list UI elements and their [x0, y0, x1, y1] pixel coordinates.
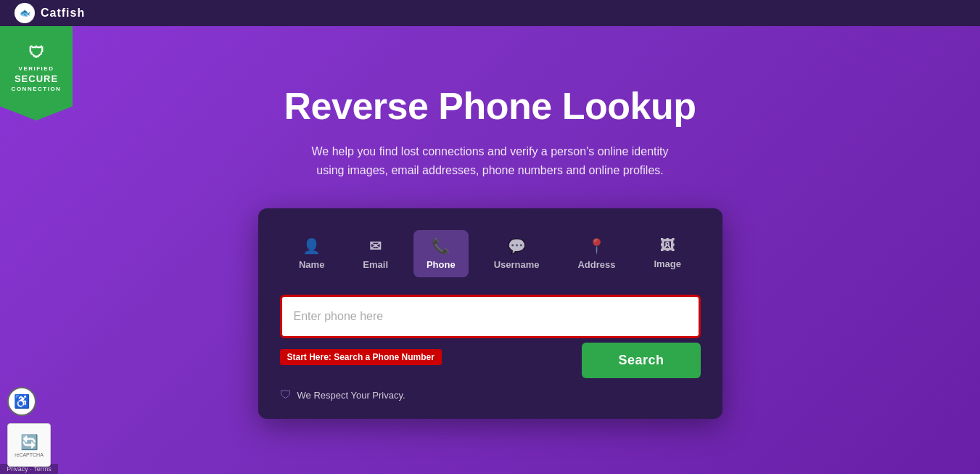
nav-logo: 🐟 Catfish	[15, 3, 85, 23]
hero-subtitle: We help you find lost connections and ve…	[302, 142, 679, 179]
page-title: Reverse Phone Lookup	[284, 84, 696, 128]
tab-image[interactable]: 🖼 Image	[641, 230, 694, 277]
search-card: 👤 Name ✉ Email 📞 Phone 💬 Username 📍 Addr…	[258, 208, 722, 419]
tab-address[interactable]: 📍 Address	[564, 230, 628, 277]
privacy-text: We Respect Your Privacy.	[297, 390, 405, 401]
phone-icon: 📞	[432, 237, 450, 255]
tab-email-label: Email	[363, 259, 388, 270]
tab-username-label: Username	[494, 259, 540, 270]
username-icon: 💬	[508, 237, 526, 255]
recaptcha-logo: 🔄	[20, 433, 38, 451]
input-wrapper	[280, 295, 701, 338]
tab-name[interactable]: 👤 Name	[286, 230, 337, 277]
email-icon: ✉	[369, 237, 382, 255]
error-label: Start Here: Search a Phone Number	[280, 349, 442, 365]
logo-text: Catfish	[41, 7, 85, 20]
tab-phone-label: Phone	[427, 259, 456, 270]
address-icon: 📍	[588, 237, 606, 255]
search-button[interactable]: Search	[582, 343, 700, 378]
hero-section: 🛡 VERIFIED SECURE CONNECTION Reverse Pho…	[0, 26, 980, 474]
phone-input[interactable]	[280, 295, 701, 338]
tab-image-label: Image	[654, 258, 681, 269]
privacy-shield-icon: 🛡	[280, 388, 292, 401]
tab-name-label: Name	[299, 259, 324, 270]
image-icon: 🖼	[660, 237, 675, 254]
privacy-row: 🛡 We Respect Your Privacy.	[280, 388, 701, 401]
secure-text: SECURE	[15, 73, 58, 84]
recaptcha-box: 🔄 reCAPTCHA	[7, 423, 51, 467]
tab-address-label: Address	[577, 259, 615, 270]
secure-badge: 🛡 VERIFIED SECURE CONNECTION	[0, 26, 73, 120]
recaptcha-text: reCAPTCHA	[15, 452, 44, 457]
tab-username[interactable]: 💬 Username	[481, 230, 553, 277]
top-navigation: 🐟 Catfish	[0, 0, 980, 26]
search-tabs: 👤 Name ✉ Email 📞 Phone 💬 Username 📍 Addr…	[280, 230, 701, 277]
connection-text: CONNECTION	[12, 86, 62, 92]
verified-text: VERIFIED	[19, 65, 54, 72]
name-icon: 👤	[302, 237, 321, 255]
logo-icon: 🐟	[15, 3, 35, 23]
shield-icon: 🛡	[28, 44, 45, 62]
tab-phone[interactable]: 📞 Phone	[413, 230, 469, 277]
tab-email[interactable]: ✉ Email	[350, 230, 401, 277]
accessibility-button[interactable]: ♿	[7, 387, 36, 416]
